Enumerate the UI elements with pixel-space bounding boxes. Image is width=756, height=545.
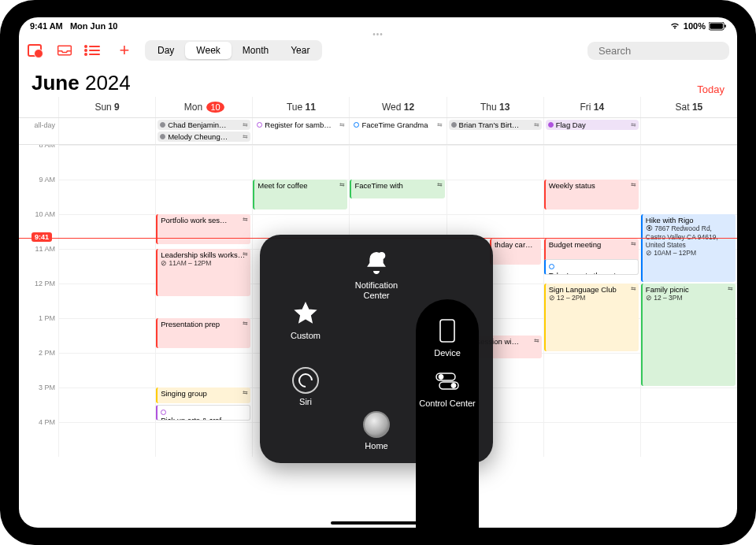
allday-event[interactable]: Brian Tran's Birt…⇆ bbox=[449, 120, 542, 130]
day-header-row: Sun 9Mon 10Tue 11Wed 12Thu 13Fri 14Sat 1… bbox=[19, 97, 737, 118]
calendar-event[interactable]: Sign Language Club⊘ 12 – 2PM⇆ bbox=[544, 284, 639, 351]
star-icon bbox=[291, 299, 320, 328]
at-custom[interactable]: Custom bbox=[274, 299, 337, 340]
calendar-event[interactable]: Singing group⇆ bbox=[156, 387, 250, 403]
svg-point-11 bbox=[451, 384, 456, 388]
device-icon bbox=[433, 317, 461, 345]
hour-label: 11 AM bbox=[19, 245, 58, 280]
seg-week[interactable]: Week bbox=[185, 42, 231, 59]
svg-rect-1 bbox=[710, 23, 723, 28]
day-header-cell[interactable]: Thu 13 bbox=[447, 97, 543, 117]
grid-cell[interactable] bbox=[155, 145, 252, 180]
battery-icon bbox=[709, 22, 726, 31]
bell-icon bbox=[362, 249, 391, 277]
hour-label: 4 PM bbox=[19, 418, 58, 453]
grid-cell[interactable] bbox=[447, 180, 543, 214]
list-view-button[interactable] bbox=[87, 43, 102, 58]
assistivetouch-menu[interactable]: Notification Center Custom Device Siri C… bbox=[260, 235, 493, 463]
grid-cell[interactable] bbox=[252, 145, 349, 180]
day-header-cell[interactable]: Sun 9 bbox=[58, 97, 155, 117]
status-time: 9:41 AM bbox=[30, 21, 63, 31]
grid-cell[interactable] bbox=[640, 180, 737, 214]
allday-event[interactable]: Flag Day⇆ bbox=[546, 120, 639, 130]
search-input[interactable] bbox=[598, 45, 731, 57]
current-time-badge: 9:41 bbox=[32, 232, 52, 242]
allday-event[interactable]: Chad Benjamin…⇆ bbox=[158, 120, 250, 130]
calendar-event[interactable]: Family picnic⊘ 12 – 3PM⇆ bbox=[641, 284, 736, 386]
grid-cell[interactable] bbox=[58, 214, 155, 249]
hour-label: 1 PM bbox=[19, 314, 58, 349]
grid-cell[interactable] bbox=[543, 353, 640, 387]
grid-cell[interactable] bbox=[155, 180, 252, 214]
home-indicator[interactable] bbox=[331, 521, 425, 525]
calendar-event[interactable]: Pick up arts & craf… bbox=[156, 405, 250, 421]
hour-label: 3 PM bbox=[19, 384, 58, 418]
grid-cell[interactable] bbox=[543, 422, 640, 457]
at-notification-center[interactable]: Notification Center bbox=[345, 249, 408, 300]
at-siri[interactable]: Siri bbox=[274, 367, 337, 406]
seg-month[interactable]: Month bbox=[232, 42, 280, 59]
status-right: 100% bbox=[669, 21, 726, 31]
svg-rect-2 bbox=[724, 24, 726, 28]
svg-point-9 bbox=[439, 375, 443, 380]
calendar-event[interactable]: Budget meeting⇆ bbox=[544, 239, 639, 261]
grid-cell[interactable] bbox=[640, 145, 737, 180]
grid-cell[interactable] bbox=[155, 353, 252, 387]
day-header-cell[interactable]: Fri 14 bbox=[543, 97, 640, 117]
calendar-event[interactable]: Take Luna to the vet bbox=[544, 259, 639, 275]
calendar-event[interactable]: Presentation prep⇆ bbox=[156, 318, 250, 348]
status-left: 9:41 AM Mon Jun 10 bbox=[30, 21, 117, 31]
grid-cell[interactable] bbox=[543, 145, 640, 180]
svg-rect-7 bbox=[440, 320, 454, 342]
allday-row: all-day Chad Benjamin…⇆Melody Cheung…⇆Re… bbox=[19, 118, 737, 145]
battery-text: 100% bbox=[684, 21, 706, 31]
grid-cell[interactable] bbox=[349, 145, 446, 180]
calendar-event[interactable]: FaceTime with⇆ bbox=[350, 180, 444, 198]
grid-cell[interactable] bbox=[58, 387, 155, 422]
view-segmented-control[interactable]: Day Week Month Year bbox=[145, 40, 322, 61]
inbox-button[interactable] bbox=[57, 43, 72, 58]
grid-cell[interactable] bbox=[58, 249, 155, 284]
day-header-cell[interactable]: Tue 11 bbox=[252, 97, 349, 117]
add-event-button[interactable]: + bbox=[117, 43, 132, 58]
calendar-event[interactable]: thday car… bbox=[490, 239, 541, 265]
at-home[interactable]: Home bbox=[345, 411, 408, 450]
grid-cell[interactable] bbox=[58, 284, 155, 318]
grid-cell[interactable] bbox=[58, 145, 155, 180]
calendars-button[interactable] bbox=[27, 43, 43, 58]
search-field[interactable] bbox=[587, 42, 729, 60]
allday-label: all-day bbox=[19, 118, 58, 144]
grid-cell[interactable] bbox=[447, 145, 543, 180]
allday-event[interactable]: Melody Cheung…⇆ bbox=[158, 132, 250, 142]
calendar-event[interactable]: Weekly status⇆ bbox=[544, 180, 639, 209]
grid-cell[interactable] bbox=[58, 422, 155, 457]
status-date: Mon Jun 10 bbox=[70, 21, 118, 31]
seg-year[interactable]: Year bbox=[280, 42, 321, 59]
calendar-event[interactable]: Hike with Rigo⦿ 7867 Redwood Rd, Castro … bbox=[641, 214, 736, 282]
today-button[interactable]: Today bbox=[697, 83, 724, 95]
seg-day[interactable]: Day bbox=[146, 42, 185, 59]
calendar-event[interactable]: Meet for coffee⇆ bbox=[253, 180, 347, 209]
grid-cell[interactable] bbox=[155, 422, 252, 457]
grid-cell[interactable] bbox=[640, 387, 737, 422]
allday-event[interactable]: FaceTime Grandma⇆ bbox=[351, 120, 444, 130]
siri-icon bbox=[292, 367, 319, 394]
wifi-icon bbox=[669, 21, 680, 31]
day-header-cell[interactable]: Wed 12 bbox=[349, 97, 446, 117]
calendar-event[interactable]: Portfolio work ses…⇆ bbox=[156, 214, 250, 244]
grid-cell[interactable] bbox=[640, 422, 737, 457]
multitask-dots[interactable]: ••• bbox=[372, 30, 384, 39]
calendar-event[interactable]: Leadership skills workshop⊘ 11AM – 12PM⇆ bbox=[156, 249, 250, 296]
day-header-cell[interactable]: Sat 15 bbox=[640, 97, 737, 117]
day-header-cell[interactable]: Mon 10 bbox=[155, 97, 252, 117]
grid-cell[interactable] bbox=[58, 353, 155, 387]
month-header: June 2024 Today bbox=[19, 66, 737, 97]
grid-cell[interactable] bbox=[58, 180, 155, 214]
year-label: 2024 bbox=[85, 71, 131, 95]
grid-cell[interactable] bbox=[58, 318, 155, 353]
at-device[interactable]: Device bbox=[416, 299, 479, 528]
allday-event[interactable]: Register for samb…⇆ bbox=[254, 120, 347, 130]
page-title: June 2024 bbox=[32, 71, 131, 95]
at-control-center[interactable]: Control Center bbox=[416, 367, 479, 409]
grid-cell[interactable] bbox=[543, 387, 640, 422]
